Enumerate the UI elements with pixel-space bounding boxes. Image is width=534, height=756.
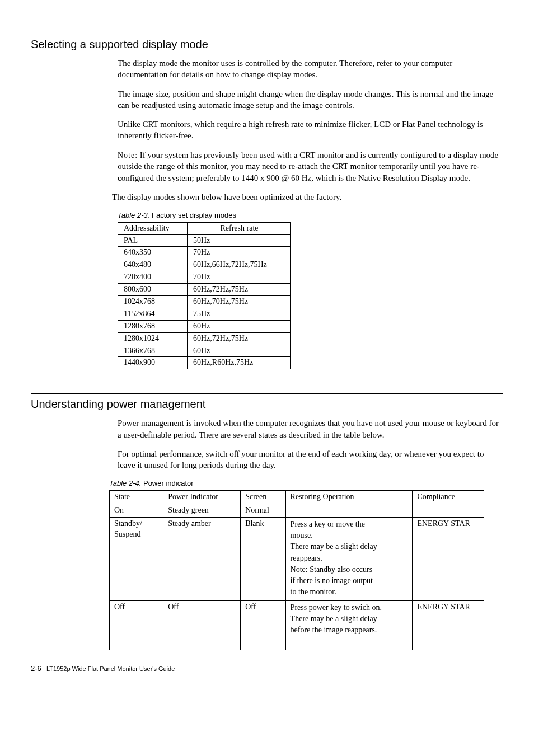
table-row: 640x48060Hz,66Hz,72Hz,75Hz — [118, 259, 291, 271]
col-header: Power Indicator — [163, 490, 241, 504]
table-cell: 70Hz — [188, 247, 291, 259]
table-row: 640x35070Hz — [118, 247, 291, 259]
caption-label: Table 2-4. — [109, 479, 141, 487]
table-cell: 640x350 — [118, 247, 188, 259]
table-cell: 60Hz — [188, 345, 291, 357]
cell-text: reappears. — [291, 554, 322, 562]
table-cell: Standby/ Suspend — [110, 517, 163, 600]
table-header-row: State Power Indicator Screen Restoring O… — [110, 490, 484, 504]
table-cell: 1024x768 — [118, 296, 188, 308]
table-cell: Press power key to swich on. There may b… — [285, 600, 413, 650]
table-cell: 60Hz,R60Hz,75Hz — [188, 357, 291, 369]
display-modes-table: Addressability Refresh rate PAL50Hz640x3… — [118, 222, 291, 370]
table-header-row: Addressability Refresh rate — [118, 222, 291, 234]
table-cell: Normal — [241, 504, 285, 517]
table-row: 1280x102460Hz,72Hz,75Hz — [118, 332, 291, 345]
col-header: Addressability — [118, 222, 188, 234]
table-cell: 640x480 — [118, 259, 188, 271]
table-cell: Off — [110, 600, 163, 650]
table-cell — [413, 504, 484, 517]
note-label: Note: — [118, 151, 138, 159]
section-rule — [31, 34, 503, 34]
table-cell: 50Hz — [188, 234, 291, 247]
table-cell: 60Hz — [188, 320, 291, 332]
page-footer: 2-6 LT1952p Wide Flat Panel Monitor User… — [31, 664, 503, 674]
table-cell: 1366x768 — [118, 345, 188, 357]
col-header: Screen — [241, 490, 285, 504]
paragraph: The display modes shown below have been … — [112, 191, 503, 203]
table-cell: ENERGY STAR — [413, 600, 484, 650]
caption-label: Table 2-3. — [118, 211, 149, 219]
cell-text: Press power key to swich on. — [291, 603, 382, 612]
table-cell: 60Hz,66Hz,72Hz,75Hz — [188, 259, 291, 271]
table-row: 720x40070Hz — [118, 271, 291, 284]
cell-text: Press a key or move the — [291, 520, 365, 528]
page-number: 2-6 — [31, 664, 41, 673]
table-cell: 800x600 — [118, 284, 188, 296]
table-cell: 1152x864 — [118, 308, 188, 320]
table-caption: Table 2-4. Power indicator — [109, 478, 503, 489]
section-heading-display-mode: Selecting a supported display mode — [31, 36, 503, 52]
paragraph: For optimal performance, switch off your… — [118, 448, 503, 471]
table-cell: 60Hz,72Hz,75Hz — [188, 284, 291, 296]
table-row: 1152x86475Hz — [118, 308, 291, 320]
col-header: Refresh rate — [188, 222, 291, 234]
paragraph: Power management is invoked when the com… — [118, 417, 503, 440]
table-caption: Table 2-3. Factory set display modes — [118, 210, 503, 220]
table-row: 1440x90060Hz,R60Hz,75Hz — [118, 357, 291, 369]
table-cell: Off — [163, 600, 241, 650]
cell-text: Suspend — [114, 530, 140, 538]
col-header: Restoring Operation — [285, 490, 413, 504]
cell-text: Standby/ — [114, 519, 142, 528]
table-cell — [285, 504, 413, 517]
power-indicator-table: State Power Indicator Screen Restoring O… — [109, 490, 484, 650]
paragraph: The image size, position and shape might… — [118, 88, 503, 111]
section-heading-power-management: Understanding power management — [31, 396, 503, 412]
table-cell: Press a key or move the mouse. There may… — [285, 517, 413, 600]
paragraph: Unlike CRT monitors, which require a hig… — [118, 119, 503, 142]
table-cell: 1280x1024 — [118, 332, 188, 345]
caption-text: Factory set display modes — [149, 211, 236, 219]
section-content-display-mode: The display mode the monitor uses is con… — [118, 58, 503, 369]
col-header: State — [110, 490, 163, 504]
col-header: Compliance — [413, 490, 484, 504]
table-row: Standby/ Suspend Steady amber Blank Pres… — [110, 517, 484, 600]
table-cell: 1280x768 — [118, 320, 188, 332]
table-row: On Steady green Normal — [110, 504, 484, 517]
table-cell: Off — [241, 600, 285, 650]
table-cell: ENERGY STAR — [413, 517, 484, 600]
note-paragraph: Note: If your system has previously been… — [118, 149, 503, 184]
table-row: 800x60060Hz,72Hz,75Hz — [118, 284, 291, 296]
table-cell: Blank — [241, 517, 285, 600]
table-cell: 60Hz,70Hz,75Hz — [188, 296, 291, 308]
table-cell: Steady green — [163, 504, 241, 517]
table-cell: 75Hz — [188, 308, 291, 320]
table-cell: 70Hz — [188, 271, 291, 284]
section-rule — [31, 393, 503, 394]
table-row: 1024x76860Hz,70Hz,75Hz — [118, 296, 291, 308]
cell-text: if there is no image output — [291, 576, 373, 585]
table-cell: Steady amber — [163, 517, 241, 600]
table-row: 1280x76860Hz — [118, 320, 291, 332]
table-row: PAL50Hz — [118, 234, 291, 247]
footer-title: LT1952p Wide Flat Panel Monitor User's G… — [46, 665, 175, 672]
table-cell: 60Hz,72Hz,75Hz — [188, 332, 291, 345]
table-cell: 1440x900 — [118, 357, 188, 369]
paragraph: The display mode the monitor uses is con… — [118, 58, 503, 81]
table-cell: 720x400 — [118, 271, 188, 284]
cell-text: before the image reappears. — [291, 626, 377, 634]
cell-text: to the monitor. — [291, 588, 336, 596]
table-cell: PAL — [118, 234, 188, 247]
note-text: If your system has previously been used … — [118, 151, 498, 182]
cell-text: There may be a slight delay — [291, 614, 377, 623]
cell-text: There may be a slight delay — [291, 542, 377, 551]
table-row: Off Off Off Press power key to swich on.… — [110, 600, 484, 650]
section-content-power-management: Power management is invoked when the com… — [118, 417, 503, 650]
table-cell: On — [110, 504, 163, 517]
table-row: 1366x76860Hz — [118, 345, 291, 357]
cell-text: Note: Standby also occurs — [291, 565, 373, 574]
caption-text: Power indicator — [141, 479, 193, 487]
cell-text: mouse. — [291, 531, 313, 539]
